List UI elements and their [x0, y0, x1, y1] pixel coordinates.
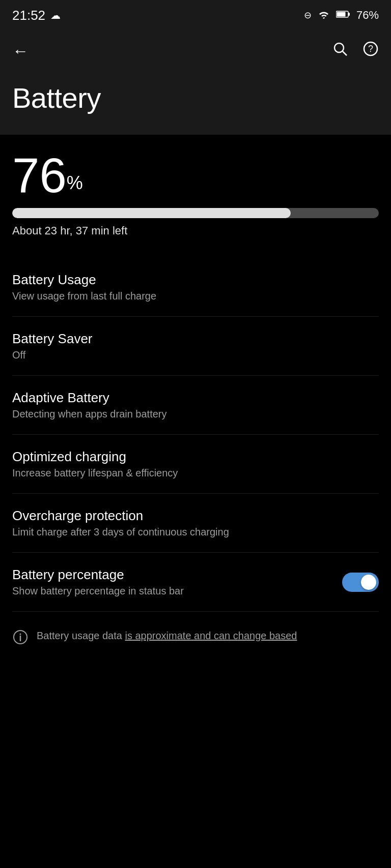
do-not-disturb-icon: ⊖ — [304, 10, 312, 21]
battery-percentage-title: Battery percentage — [12, 567, 342, 583]
info-highlight-text: is approximate and can change based — [125, 630, 297, 641]
battery-usage-text: Battery Usage View usage from last full … — [12, 272, 379, 302]
page-title: Battery — [12, 81, 379, 114]
help-icon[interactable]: ? — [362, 41, 379, 61]
battery-saver-subtitle: Off — [12, 349, 379, 361]
optimized-charging-subtitle: Increase battery lifespan & efficiency — [12, 467, 379, 479]
optimized-charging-item[interactable]: Optimized charging Increase battery life… — [12, 435, 379, 493]
toolbar: ← ? — [0, 31, 391, 71]
svg-text:?: ? — [368, 44, 373, 54]
back-button[interactable]: ← — [12, 42, 29, 61]
svg-point-9 — [20, 634, 21, 635]
info-text: Battery usage data is approximate and ca… — [37, 628, 297, 643]
battery-percent-display: 76% — [12, 151, 379, 200]
svg-line-4 — [343, 51, 347, 55]
toolbar-right: ? — [332, 41, 379, 61]
status-bar: 21:52 ☁ ⊖ 76% — [0, 0, 391, 31]
svg-rect-1 — [348, 13, 350, 16]
overcharge-protection-subtitle: Limit charge after 3 days of continuous … — [12, 526, 379, 538]
settings-list: Battery Usage View usage from last full … — [12, 258, 379, 612]
optimized-charging-text: Optimized charging Increase battery life… — [12, 449, 379, 479]
battery-saver-item[interactable]: Battery Saver Off — [12, 317, 379, 375]
adaptive-battery-item[interactable]: Adaptive Battery Detecting when apps dra… — [12, 376, 379, 434]
wifi-icon — [318, 10, 330, 21]
battery-percentage-toggle[interactable] — [342, 573, 379, 592]
info-section: Battery usage data is approximate and ca… — [12, 612, 379, 657]
overcharge-protection-title: Overcharge protection — [12, 508, 379, 524]
search-icon[interactable] — [332, 41, 348, 61]
adaptive-battery-subtitle: Detecting when apps drain battery — [12, 408, 379, 420]
svg-rect-2 — [337, 12, 345, 16]
toolbar-left: ← — [12, 42, 29, 61]
battery-saver-text: Battery Saver Off — [12, 331, 379, 361]
battery-percentage-item[interactable]: Battery percentage Show battery percenta… — [12, 553, 379, 611]
adaptive-battery-title: Adaptive Battery — [12, 390, 379, 406]
status-bar-right: ⊖ 76% — [304, 9, 379, 22]
page-header: Battery — [0, 71, 391, 135]
battery-progress-bar — [12, 208, 379, 218]
battery-percent-symbol: % — [67, 172, 83, 193]
status-time: 21:52 — [12, 8, 45, 23]
battery-percent-number: 76 — [12, 148, 67, 202]
battery-percentage-text: Battery percentage Show battery percenta… — [12, 567, 342, 597]
optimized-charging-title: Optimized charging — [12, 449, 379, 465]
toggle-knob — [361, 575, 376, 590]
battery-usage-subtitle: View usage from last full charge — [12, 290, 379, 302]
overcharge-protection-item[interactable]: Overcharge protection Limit charge after… — [12, 494, 379, 552]
battery-time-left: About 23 hr, 37 min left — [12, 224, 379, 237]
battery-saver-title: Battery Saver — [12, 331, 379, 347]
cloud-icon: ☁ — [50, 9, 61, 21]
battery-usage-item[interactable]: Battery Usage View usage from last full … — [12, 258, 379, 316]
overcharge-protection-text: Overcharge protection Limit charge after… — [12, 508, 379, 538]
info-icon — [12, 629, 29, 649]
main-content: 76% About 23 hr, 37 min left Battery Usa… — [0, 135, 391, 657]
battery-icon — [336, 10, 350, 21]
adaptive-battery-text: Adaptive Battery Detecting when apps dra… — [12, 390, 379, 420]
battery-percentage-subtitle: Show battery percentage in status bar — [12, 585, 342, 597]
status-battery-text: 76% — [356, 9, 379, 22]
svg-point-3 — [334, 43, 344, 52]
battery-progress-fill — [12, 208, 291, 218]
battery-usage-title: Battery Usage — [12, 272, 379, 288]
status-bar-left: 21:52 ☁ — [12, 8, 61, 23]
